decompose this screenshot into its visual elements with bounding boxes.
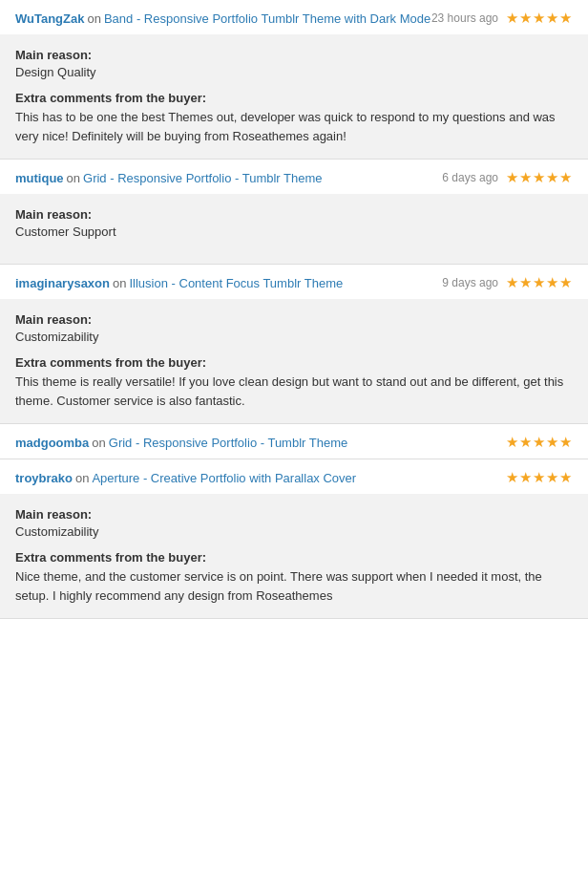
review-body: Main reason:CustomizabilityExtra comment… [0,299,588,423]
time-ago: 6 days ago [442,171,498,184]
on-text: on [75,471,89,485]
extra-comments-label: Extra comments from the buyer: [15,355,573,370]
review-meta-right: 23 hours ago★★★★★ [431,10,573,27]
review-meta-right: 6 days ago★★★★★ [442,169,573,186]
review-header: mutique on Grid - Responsive Portfolio -… [0,160,588,194]
main-reason-value: Customizability [15,330,573,344]
reviewer-username[interactable]: madgoomba [15,436,89,450]
theme-link[interactable]: Grid - Responsive Portfolio - Tumblr The… [109,436,347,450]
main-reason-value: Customer Support [15,224,573,239]
time-ago: 9 days ago [442,276,498,289]
on-text: on [87,11,100,26]
time-ago: 23 hours ago [431,11,498,25]
review-block-5: troybrako on Aperture - Creative Portfol… [0,459,588,619]
star-rating: ★★★★★ [506,274,573,291]
review-block-2: mutique on Grid - Responsive Portfolio -… [0,160,588,265]
extra-comments-value: This has to be one the best Themes out, … [15,108,573,145]
review-meta-right: ★★★★★ [506,434,573,451]
extra-comments-label: Extra comments from the buyer: [15,550,573,565]
review-header-left: WuTangZak on Band - Responsive Portfolio… [15,11,431,26]
review-header-left: imaginarysaxon on Illusion - Content Foc… [15,276,442,290]
main-reason-value: Customizability [15,524,573,539]
review-body: Main reason:Customer Support [0,194,588,264]
review-header-left: troybrako on Aperture - Creative Portfol… [15,471,506,485]
review-meta-right: ★★★★★ [506,469,573,486]
main-reason-value: Design Quality [15,65,573,79]
star-rating: ★★★★★ [506,434,573,451]
review-header: WuTangZak on Band - Responsive Portfolio… [0,0,588,34]
review-header: madgoomba on Grid - Responsive Portfolio… [0,424,588,459]
star-rating: ★★★★★ [506,169,573,186]
review-header: troybrako on Aperture - Creative Portfol… [0,459,588,494]
extra-comments-label: Extra comments from the buyer: [15,91,573,105]
main-reason-label: Main reason: [15,312,573,327]
review-header-left: mutique on Grid - Responsive Portfolio -… [15,171,442,185]
star-rating: ★★★★★ [506,10,573,27]
theme-link[interactable]: Aperture - Creative Portfolio with Paral… [92,471,356,485]
theme-link[interactable]: Grid - Responsive Portfolio - Tumblr The… [83,171,322,185]
main-reason-label: Main reason: [15,207,573,222]
on-text: on [92,436,105,450]
extra-comments-value: This theme is really versatile! If you l… [15,373,573,410]
review-header-left: madgoomba on Grid - Responsive Portfolio… [15,436,506,450]
reviewer-username[interactable]: imaginarysaxon [15,276,110,290]
reviews-container: WuTangZak on Band - Responsive Portfolio… [0,0,588,619]
theme-link[interactable]: Band - Responsive Portfolio Tumblr Theme… [104,11,430,26]
main-reason-label: Main reason: [15,48,573,62]
reviewer-username[interactable]: mutique [15,171,64,185]
review-header: imaginarysaxon on Illusion - Content Foc… [0,265,588,299]
review-block-3: imaginarysaxon on Illusion - Content Foc… [0,265,588,424]
review-block-4: madgoomba on Grid - Responsive Portfolio… [0,424,588,459]
on-text: on [113,276,126,290]
reviewer-username[interactable]: troybrako [15,471,73,485]
review-meta-right: 9 days ago★★★★★ [442,274,573,291]
extra-comments-value: Nice theme, and the customer service is … [15,567,573,605]
review-block-1: WuTangZak on Band - Responsive Portfolio… [0,0,588,160]
star-rating: ★★★★★ [506,469,573,486]
main-reason-label: Main reason: [15,507,573,522]
on-text: on [67,171,80,185]
theme-link[interactable]: Illusion - Content Focus Tumblr Theme [129,276,343,290]
review-body: Main reason:CustomizabilityExtra comment… [0,494,588,618]
reviewer-username[interactable]: WuTangZak [15,11,84,26]
review-body: Main reason:Design QualityExtra comments… [0,34,588,159]
